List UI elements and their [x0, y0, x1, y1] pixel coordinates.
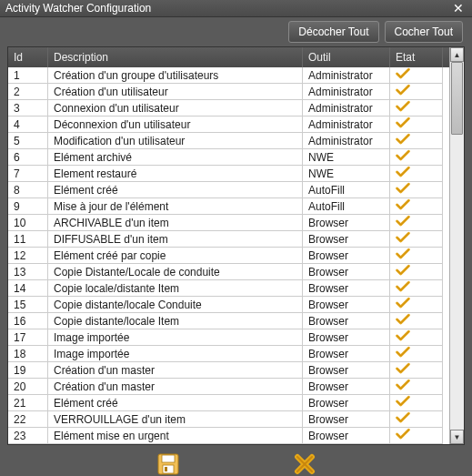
cell-id: 4: [8, 116, 48, 133]
check-icon[interactable]: [396, 411, 410, 427]
cell-description: Copie distante/locale Conduite: [48, 297, 303, 313]
check-icon[interactable]: [396, 198, 410, 214]
cell-state[interactable]: [390, 116, 443, 133]
table-row[interactable]: 5Modification d'un utilisateurAdministra…: [8, 133, 449, 149]
scroll-down-button[interactable]: ▼: [450, 430, 464, 444]
cell-state[interactable]: [390, 248, 443, 264]
check-all-button[interactable]: Cocher Tout: [385, 21, 463, 43]
cell-state[interactable]: [390, 428, 443, 444]
cell-state[interactable]: [390, 411, 443, 428]
cell-tool: Browser: [303, 346, 390, 362]
check-icon[interactable]: [396, 248, 410, 263]
scroll-up-button[interactable]: ▲: [450, 47, 464, 62]
check-icon[interactable]: [396, 395, 410, 410]
check-icon[interactable]: [396, 84, 410, 99]
cell-state[interactable]: [390, 100, 443, 116]
table-row[interactable]: 14Copie locale/distante ItemBrowser: [8, 280, 449, 297]
table-row[interactable]: 1Création d'un groupe d'utilisateursAdmi…: [8, 67, 449, 84]
cancel-button[interactable]: [291, 451, 318, 476]
cell-tool: Browser: [303, 395, 390, 411]
titlebar: Activity Watcher Configuration ✕: [0, 0, 472, 17]
cell-state[interactable]: [390, 166, 443, 182]
cell-state[interactable]: [390, 67, 443, 84]
header-id[interactable]: Id: [8, 47, 48, 67]
cell-state[interactable]: [390, 362, 443, 379]
table-row[interactable]: 23Elément mise en urgentBrowser: [8, 428, 449, 444]
cell-tool: Administrator: [303, 133, 390, 149]
table-row[interactable]: 15Copie distante/locale ConduiteBrowser: [8, 297, 449, 313]
cell-state[interactable]: [390, 84, 443, 100]
cell-state[interactable]: [390, 329, 443, 346]
table-row[interactable]: 18Image importéeBrowser: [8, 346, 449, 362]
cell-state[interactable]: [390, 182, 443, 198]
cell-tool: Administrator: [303, 84, 390, 100]
check-icon[interactable]: [396, 182, 410, 197]
table-row[interactable]: 19Création d'un masterBrowser: [8, 362, 449, 379]
check-icon[interactable]: [396, 149, 410, 165]
check-icon[interactable]: [396, 313, 410, 329]
check-icon[interactable]: [396, 329, 410, 345]
table-row[interactable]: 10ARCHIVABLE d'un itemBrowser: [8, 215, 449, 231]
cell-id: 15: [8, 297, 48, 313]
table-row[interactable]: 16Copie distante/locale ItemBrowser: [8, 313, 449, 329]
cell-state[interactable]: [390, 133, 443, 149]
cell-state[interactable]: [390, 198, 443, 215]
cell-state[interactable]: [390, 264, 443, 280]
table-row[interactable]: 21Elément crééBrowser: [8, 395, 449, 411]
uncheck-all-button[interactable]: Décocher Tout: [288, 21, 378, 43]
scroll-track[interactable]: [450, 62, 464, 430]
cell-tool: Browser: [303, 297, 390, 313]
check-icon[interactable]: [396, 428, 410, 443]
header-description[interactable]: Description: [48, 47, 303, 67]
check-icon[interactable]: [396, 215, 410, 230]
cell-state[interactable]: [390, 149, 443, 166]
svg-rect-3: [165, 467, 167, 471]
cell-tool: NWE: [303, 166, 390, 182]
cell-description: Création d'un utilisateur: [48, 84, 303, 100]
check-icon[interactable]: [396, 280, 410, 296]
table-row[interactable]: 6Elément archivéNWE: [8, 149, 449, 166]
check-icon[interactable]: [396, 362, 410, 378]
cell-state[interactable]: [390, 215, 443, 231]
header-tool[interactable]: Outil: [303, 47, 390, 67]
table-row[interactable]: 12Elément créé par copieBrowser: [8, 248, 449, 264]
check-icon[interactable]: [396, 100, 410, 116]
check-icon[interactable]: [396, 116, 410, 132]
table-row[interactable]: 17Image importéeBrowser: [8, 329, 449, 346]
cell-state[interactable]: [390, 346, 443, 362]
header-state[interactable]: Etat: [390, 47, 443, 67]
table-row[interactable]: 13Copie Distante/Locale de conduiteBrows…: [8, 264, 449, 280]
check-icon[interactable]: [396, 231, 410, 247]
table-row[interactable]: 4Déconnexion d'un utilisateurAdministrat…: [8, 116, 449, 133]
cell-state[interactable]: [390, 395, 443, 411]
cell-state[interactable]: [390, 313, 443, 329]
cell-description: Element restauré: [48, 166, 303, 182]
cell-description: Création d'un master: [48, 379, 303, 395]
close-icon[interactable]: ✕: [450, 0, 467, 16]
cell-tool: Administrator: [303, 100, 390, 116]
table-row[interactable]: 8Elément crééAutoFill: [8, 182, 449, 198]
save-button[interactable]: [155, 451, 182, 476]
cell-state[interactable]: [390, 280, 443, 297]
cell-state[interactable]: [390, 379, 443, 395]
check-icon[interactable]: [396, 166, 410, 181]
scroll-thumb[interactable]: [451, 62, 463, 135]
table-row[interactable]: 7Element restauréNWE: [8, 166, 449, 182]
cell-tool: Browser: [303, 215, 390, 231]
cell-state[interactable]: [390, 231, 443, 248]
check-icon[interactable]: [396, 379, 410, 394]
check-icon[interactable]: [396, 346, 410, 361]
check-icon[interactable]: [396, 67, 410, 83]
check-icon[interactable]: [396, 297, 410, 312]
table-row[interactable]: 3Connexion d'un utilisateurAdministrator: [8, 100, 449, 116]
table-row[interactable]: 9Mise à jour de l'élémentAutoFill: [8, 198, 449, 215]
check-icon[interactable]: [396, 264, 410, 279]
cell-state[interactable]: [390, 297, 443, 313]
table-row[interactable]: 22VERROUILLAGE d'un itemBrowser: [8, 411, 449, 428]
table-row[interactable]: 2Création d'un utilisateurAdministrator: [8, 84, 449, 100]
table-row[interactable]: 11DIFFUSABLE d'un itemBrowser: [8, 231, 449, 248]
vertical-scrollbar[interactable]: ▲ ▼: [449, 47, 464, 444]
check-icon[interactable]: [396, 133, 410, 148]
cell-id: 20: [8, 379, 48, 395]
table-row[interactable]: 20Création d'un masterBrowser: [8, 379, 449, 395]
